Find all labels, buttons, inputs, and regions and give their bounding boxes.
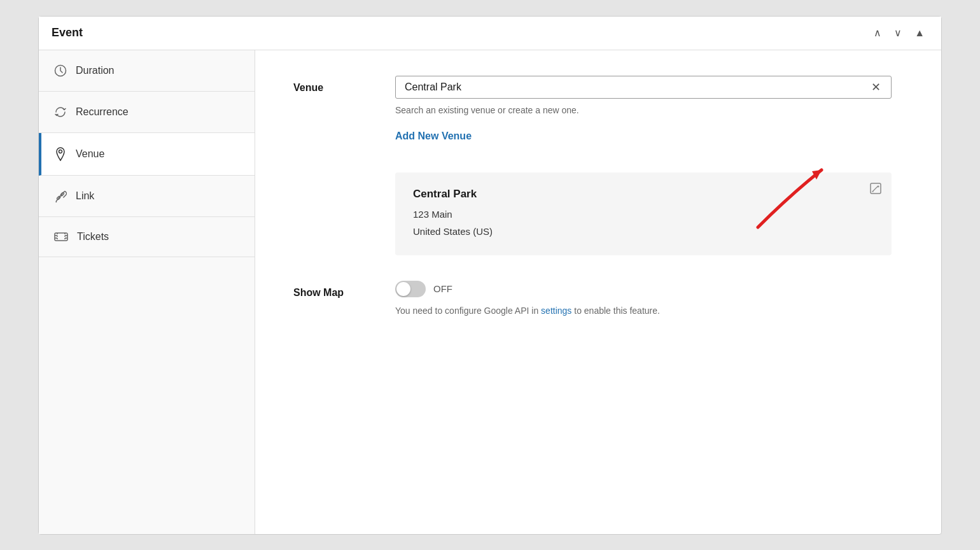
collapse-button[interactable]: ▲ xyxy=(911,25,928,41)
add-venue-link[interactable]: Add New Venue xyxy=(395,130,472,142)
header-controls: ∧ ∨ ▲ xyxy=(870,25,928,41)
sidebar-item-duration-label: Duration xyxy=(76,65,114,76)
main-content: Venue ✕ Search an existing venue or crea… xyxy=(255,50,941,534)
clock-icon xyxy=(54,64,67,77)
move-down-button[interactable]: ∨ xyxy=(890,25,906,41)
sidebar-item-link[interactable]: Link xyxy=(39,176,255,217)
panel-body: Duration Recurrence xyxy=(39,50,941,534)
venue-address-line1: 123 Main xyxy=(413,206,874,223)
sidebar-item-recurrence[interactable]: Recurrence xyxy=(39,92,255,133)
venue-input-wrapper: ✕ xyxy=(395,76,892,99)
venue-card-name: Central Park xyxy=(413,188,874,201)
tickets-icon xyxy=(54,231,68,243)
show-map-label: Show Map xyxy=(293,281,395,299)
sidebar-item-link-label: Link xyxy=(76,190,94,202)
venue-input[interactable] xyxy=(405,81,870,93)
sidebar-item-tickets-label: Tickets xyxy=(77,231,109,243)
svg-marker-12 xyxy=(812,170,822,180)
sidebar-item-venue[interactable]: Venue xyxy=(39,133,255,176)
toggle-state-label: OFF xyxy=(433,283,452,294)
venue-card-address: 123 Main United States (US) xyxy=(413,206,874,240)
venue-hint: Search an existing venue or create a new… xyxy=(395,105,892,115)
venue-field-row: Venue ✕ Search an existing venue or crea… xyxy=(293,76,903,115)
venue-label: Venue xyxy=(293,76,395,94)
show-map-content: OFF You need to configure Google API in … xyxy=(395,281,892,318)
venue-field-content: ✕ Search an existing venue or create a n… xyxy=(395,76,892,115)
panel-header: Event ∧ ∨ ▲ xyxy=(39,17,941,50)
sidebar-item-tickets[interactable]: Tickets xyxy=(39,217,255,257)
show-map-field-row: Show Map OFF You need to configure Googl… xyxy=(293,281,903,318)
panel-title: Event xyxy=(52,26,83,39)
map-hint-prefix: You need to configure Google API in xyxy=(395,306,541,316)
toggle-knob xyxy=(396,282,410,296)
venue-edit-button[interactable] xyxy=(870,183,881,197)
settings-link[interactable]: settings xyxy=(541,306,571,316)
map-hint-suffix: to enable this feature. xyxy=(571,306,660,316)
map-hint: You need to configure Google API in sett… xyxy=(395,304,802,318)
svg-rect-4 xyxy=(55,233,67,241)
location-pin-icon xyxy=(54,147,67,161)
event-panel: Event ∧ ∨ ▲ Duration xyxy=(38,16,942,535)
svg-point-1 xyxy=(59,150,62,153)
venue-card: Central Park 123 Main United States (US) xyxy=(395,173,892,255)
sidebar-item-venue-label: Venue xyxy=(76,148,104,160)
venue-address-line2: United States (US) xyxy=(413,223,874,240)
recurrence-icon xyxy=(54,106,67,118)
sidebar: Duration Recurrence xyxy=(39,50,255,534)
sidebar-item-recurrence-label: Recurrence xyxy=(76,106,129,118)
link-icon xyxy=(54,190,67,202)
sidebar-item-duration[interactable]: Duration xyxy=(39,50,255,92)
venue-clear-button[interactable]: ✕ xyxy=(870,81,882,93)
toggle-wrapper: OFF xyxy=(395,281,892,297)
show-map-toggle[interactable] xyxy=(395,281,426,297)
move-up-button[interactable]: ∧ xyxy=(870,25,885,41)
